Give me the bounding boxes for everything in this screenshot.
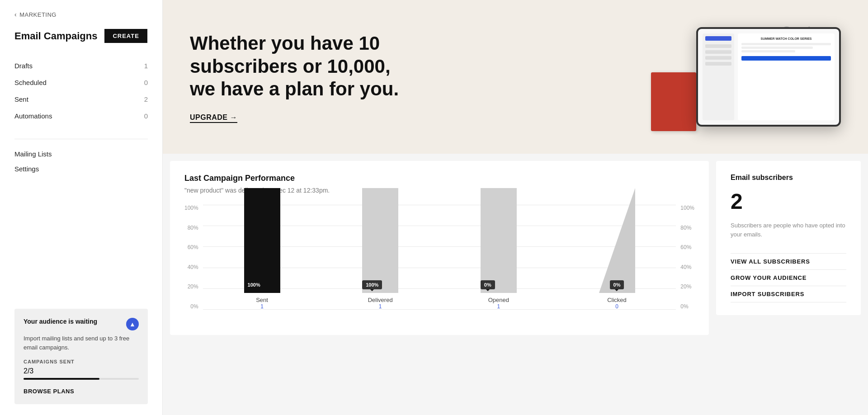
y-label-80-right: 80% xyxy=(680,225,691,231)
bar-label-opened-text: Opened xyxy=(488,297,509,303)
nav-campaigns: Drafts 1 Scheduled 0 Sent 2 Automations … xyxy=(14,57,148,124)
subscribers-count: 2 xyxy=(731,189,846,214)
tablet-sidebar-mockup xyxy=(703,33,734,120)
nav-label-drafts: Drafts xyxy=(14,62,33,70)
hero-image-area: SUMMER WATCH COLOR SERIES xyxy=(624,18,841,136)
y-label-80-left: 80% xyxy=(188,225,198,231)
y-label-20-right: 20% xyxy=(680,283,691,290)
bar-delivered: 100% xyxy=(362,188,398,293)
y-label-20-left: 20% xyxy=(188,283,198,290)
bar-opened: 0% xyxy=(481,188,517,293)
y-label-40-left: 40% xyxy=(188,264,198,270)
bar-label-clicked: Clicked 0 xyxy=(607,297,627,310)
promo-icon: ▲ xyxy=(126,318,139,330)
nav-item-scheduled[interactable]: Scheduled 0 xyxy=(14,74,148,91)
svg-marker-4 xyxy=(599,188,635,293)
nav-item-drafts[interactable]: Drafts 1 xyxy=(14,57,148,74)
bar-label-opened: Opened 1 xyxy=(488,297,509,310)
nav-count-drafts: 1 xyxy=(144,62,148,70)
nav-item-sent[interactable]: Sent 2 xyxy=(14,91,148,108)
chart-bars-area: 100% Sent 1 100% xyxy=(203,205,676,322)
nav-label-automations: Automations xyxy=(14,112,52,120)
back-arrow-icon: ‹ xyxy=(14,11,17,18)
chart-y-axis-right: 100% 80% 60% 40% 20% 0% xyxy=(676,205,694,322)
progress-bar-background xyxy=(24,378,139,380)
hero-banner: Whether you have 10 subscribers or 10,00… xyxy=(163,0,868,154)
bar-tooltip-sent: 100% xyxy=(244,280,264,289)
grow-audience-link[interactable]: GROW YOUR AUDIENCE xyxy=(731,269,846,286)
bar-sent: 100% xyxy=(244,188,280,293)
view-all-subscribers-link[interactable]: VIEW ALL SUBSCRIBERS xyxy=(731,253,846,269)
chart-container: 100% 80% 60% 40% 20% 0% xyxy=(184,205,694,322)
bar-tooltip-clicked: 0% xyxy=(610,280,624,289)
bar-clicked-area: 0% xyxy=(599,188,635,293)
bar-tooltip-opened: 0% xyxy=(481,280,495,289)
nav-item-automations[interactable]: Automations 0 xyxy=(14,108,148,124)
bar-fill-sent: 100% xyxy=(244,188,280,293)
bar-group-delivered: 100% Delivered 1 xyxy=(325,188,436,310)
create-button[interactable]: CREATE xyxy=(104,29,147,43)
nav-item-mailing-lists[interactable]: Mailing Lists xyxy=(14,146,148,161)
content-area: Last Campaign Performance "new product" … xyxy=(163,154,868,342)
bar-group-clicked: 0% Clicked 0 xyxy=(561,188,673,310)
tablet-content-mockup: SUMMER WATCH COLOR SERIES xyxy=(738,33,835,120)
y-label-60-left: 60% xyxy=(188,244,198,250)
bars-row: 100% Sent 1 100% xyxy=(203,205,676,310)
back-link[interactable]: ‹ MARKETING xyxy=(14,11,148,18)
y-label-100-left: 100% xyxy=(184,205,198,211)
nav-label-scheduled: Scheduled xyxy=(14,79,47,86)
campaigns-sent-value: 2/3 xyxy=(24,367,33,375)
y-label-0-right: 0% xyxy=(680,303,688,310)
import-subscribers-link[interactable]: IMPORT SUBSCRIBERS xyxy=(731,286,846,302)
hero-headline: Whether you have 10 subscribers or 10,00… xyxy=(190,32,407,100)
progress-bar-fill xyxy=(24,378,99,380)
bar-fill-delivered: 100% xyxy=(362,188,398,293)
bar-sublabel-sent: 1 xyxy=(256,303,268,310)
arrow-up-icon: ▲ xyxy=(129,321,136,328)
nav-divider xyxy=(14,139,148,139)
y-label-60-right: 60% xyxy=(680,244,691,250)
nav-count-automations: 0 xyxy=(144,112,148,120)
subscribers-description: Subscribers are people who have opted in… xyxy=(731,221,846,239)
bar-label-delivered-text: Delivered xyxy=(368,297,393,303)
subscribers-title: Email subscribers xyxy=(731,174,846,182)
sidebar: ‹ MARKETING Email Campaigns CREATE Draft… xyxy=(0,0,163,415)
tablet-screen: SUMMER WATCH COLOR SERIES xyxy=(698,29,839,125)
bar-label-sent-text: Sent xyxy=(256,297,268,303)
nav-label-sent: Sent xyxy=(14,95,28,103)
bar-sublabel-clicked: 0 xyxy=(607,303,627,310)
subscribers-card: Email subscribers 2 Subscribers are peop… xyxy=(716,161,861,315)
performance-card: Last Campaign Performance "new product" … xyxy=(170,161,709,335)
back-label: MARKETING xyxy=(19,11,57,18)
hero-text: Whether you have 10 subscribers or 10,00… xyxy=(190,32,407,121)
promo-card: Your audience is waiting ▲ Import mailin… xyxy=(14,309,148,404)
bar-label-sent: Sent 1 xyxy=(256,297,268,310)
nav-item-settings[interactable]: Settings xyxy=(14,161,148,176)
campaigns-sent-row: 2/3 xyxy=(24,367,139,375)
promo-title: Your audience is waiting xyxy=(24,318,97,325)
nav-links: Mailing Lists Settings xyxy=(14,146,148,176)
y-label-40-right: 40% xyxy=(680,264,691,270)
nav-label-settings: Settings xyxy=(14,165,39,173)
page-title: Email Campaigns xyxy=(14,30,97,42)
performance-title: Last Campaign Performance xyxy=(184,174,694,183)
bar-group-opened: 0% Opened 1 xyxy=(443,188,554,310)
red-notebook-decoration xyxy=(651,72,696,131)
bar-label-clicked-text: Clicked xyxy=(607,297,627,303)
bar-sublabel-delivered: 1 xyxy=(368,303,393,310)
promo-header: Your audience is waiting ▲ xyxy=(24,318,139,330)
promo-text: Import mailing lists and send up to 3 fr… xyxy=(24,334,139,352)
campaigns-sent-label: CAMPAIGNS SENT xyxy=(24,359,139,364)
chart-y-axis-left: 100% 80% 60% 40% 20% 0% xyxy=(184,205,203,322)
bar-tooltip-delivered: 100% xyxy=(362,280,382,289)
upgrade-link[interactable]: UPGRADE → xyxy=(190,113,237,123)
bar-sublabel-opened: 1 xyxy=(488,303,509,310)
clicked-triangle-svg xyxy=(599,188,635,293)
browse-plans-button[interactable]: BROWSE PLANS xyxy=(24,388,74,395)
tablet-mockup: SUMMER WATCH COLOR SERIES xyxy=(696,27,841,127)
y-label-0-left: 0% xyxy=(190,303,198,310)
bar-group-sent: 100% Sent 1 xyxy=(207,188,318,310)
y-label-100-right: 100% xyxy=(680,205,694,211)
bar-fill-opened: 0% xyxy=(481,188,517,293)
sidebar-header: Email Campaigns CREATE xyxy=(14,29,148,43)
